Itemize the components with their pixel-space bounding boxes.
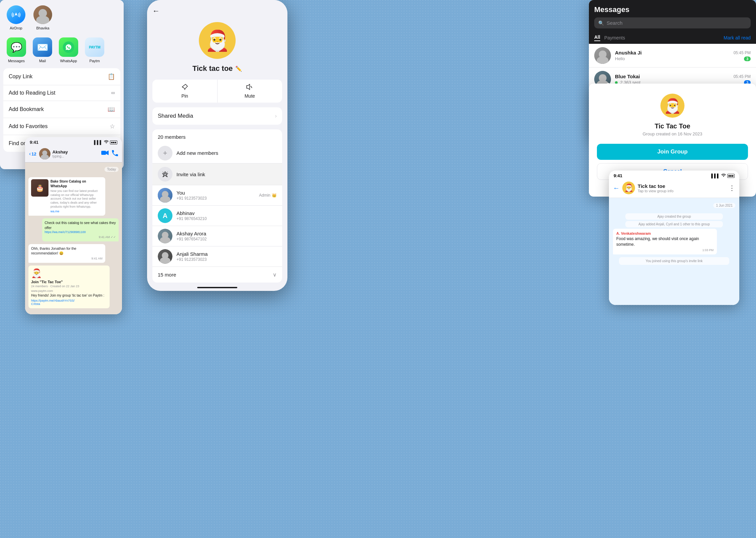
anjali-phone: +91 9123573023 (176, 257, 277, 262)
you-name: You (176, 190, 185, 196)
shared-media-row[interactable]: Shared Media › (152, 107, 282, 125)
anjali-avatar (158, 249, 172, 264)
conversation-anushka[interactable]: Anushka Ji 05:45 PM Hello 3 (589, 44, 756, 68)
more-chevron-icon: ∨ (273, 272, 277, 278)
home-indicator (197, 287, 237, 288)
add-favorites-icon: ☆ (110, 123, 115, 130)
chat-contact-status: typing... (52, 154, 64, 158)
chat-date-today: Today (104, 167, 119, 172)
chat-contact-avatar (39, 148, 50, 159)
messages-header: Messages 🔍 Search (589, 0, 756, 32)
anushka-time: 05:45 PM (734, 50, 751, 55)
invite-via-link-item[interactable]: Invite via link (152, 164, 282, 185)
video-call-icon[interactable] (101, 150, 109, 158)
svg-line-4 (251, 86, 252, 88)
tab-mark-read[interactable]: Mark all read (724, 35, 751, 40)
tab-all[interactable]: All (594, 34, 600, 41)
search-placeholder: Search (607, 20, 623, 26)
pin-button[interactable]: Pin (152, 80, 218, 103)
share-app-messages[interactable]: 💬 Messages (7, 37, 26, 63)
gc-group-name: Tick tac toe (638, 183, 726, 189)
svg-marker-3 (247, 84, 250, 90)
anushka-preview: Hello (615, 56, 625, 61)
abhinav-phone: +91 9876543210 (176, 216, 277, 221)
chat-bubble-check-catalog: Check out this catalog to see what cakes… (28, 218, 119, 241)
anushka-badge: 3 (744, 57, 751, 61)
group-name: Tick tac toe (193, 64, 233, 73)
back-chevron-icon: ‹ (29, 151, 31, 157)
anushka-content: Anushka Ji 05:45 PM Hello 3 (615, 50, 751, 61)
gc-sender-name: A. Venkateshwaram (616, 231, 714, 235)
gc-system-join: You joined using this group's invite lin… (619, 257, 729, 265)
join-group-button[interactable]: Join Group (597, 144, 748, 160)
group-name-row: Tick tac toe ✏️ (147, 64, 287, 80)
chat-back-button[interactable]: ‹ 12 (29, 151, 36, 157)
chat-bubble-thanks: Ohh, thanks Jonathan for the recommendat… (28, 244, 119, 263)
group-info-header: ← (147, 0, 287, 19)
share-app-whatsapp[interactable]: WhatsApp (59, 37, 78, 63)
copy-link-item[interactable]: Copy Link 📋 (3, 68, 120, 85)
edit-group-icon[interactable]: ✏️ (235, 66, 242, 72)
chat-contact-name: Akshay (52, 149, 68, 154)
add-members-item[interactable]: + Add new members (152, 143, 282, 164)
join-dialog-avatar: 🎅 (660, 94, 684, 118)
anushka-name: Anushka Ji (615, 50, 642, 56)
copy-link-label: Copy Link (9, 74, 32, 80)
add-favorites-item[interactable]: Add to Favorites ☆ (3, 118, 120, 135)
gc-group-info: Tick tac toe Tap to view group info (638, 183, 726, 193)
whatsapp-app-label: WhatsApp (60, 59, 77, 63)
tab-payments[interactable]: Payments (604, 35, 625, 40)
akshay-arora-name: Akshay Arora (176, 231, 206, 236)
gc-back-button[interactable]: ← (613, 184, 620, 192)
chat-bubble-join-card: 🎅 Join "Tic Tac Toe" 24 members · Create… (28, 265, 119, 308)
gc-wifi-icon (721, 173, 726, 178)
gc-group-avatar: 🎅 (622, 182, 635, 194)
member-anjali-sharma[interactable]: Anjali Sharma +91 9123573023 (152, 246, 282, 267)
pin-label: Pin (181, 93, 188, 99)
chat-time: 9:41 (30, 140, 38, 145)
reading-list-icon: ∞ (111, 90, 115, 96)
chat-header: ‹ 12 Akshay typing... (25, 146, 122, 163)
more-members-label: 15 more (158, 272, 176, 278)
messages-search-bar[interactable]: 🔍 Search (594, 17, 751, 28)
gc-signal-icon: ▌▌▌ (711, 174, 720, 178)
share-app-mail[interactable]: ✉️ Mail (33, 37, 52, 63)
chat-panel: 9:41 ▌▌▌ ■■■ ‹ 12 Akshay typing... (25, 137, 122, 314)
back-count: 12 (31, 151, 36, 156)
blue-tokai-content: Blue Tokai 05:45 PM 2,363 sent 3 (615, 74, 751, 85)
akshay-arora-phone: +91 9876547102 (176, 237, 277, 241)
reading-list-item[interactable]: Add to Reading List ∞ (3, 85, 120, 101)
join-dialog-title: Tic Tac Toe (655, 122, 690, 130)
share-contacts-row: AirDrop Bhavika (0, 0, 124, 34)
messages-tabs: All Payments Mark all read (589, 32, 756, 44)
group-info-back-button[interactable]: ← (152, 7, 160, 15)
paytm-app-label: Paytm (89, 59, 100, 63)
member-you[interactable]: You +91 9123573023 Admin 👑 (152, 185, 282, 206)
member-abhinav[interactable]: A Abhinav +91 9876543210 (152, 206, 282, 226)
chat-status-icons: ▌▌▌ ■■■ (94, 140, 117, 145)
share-app-paytm[interactable]: PAYTM Paytm (85, 37, 104, 63)
crown-icon: 👑 (272, 193, 277, 198)
share-contact-bhavika[interactable]: Bhavika (33, 5, 52, 30)
blue-tokai-time: 05:45 PM (734, 74, 751, 79)
catalog-thumbnail: 🎂 (31, 179, 48, 197)
shared-media-arrow-icon: › (275, 113, 277, 119)
member-akshay-arora[interactable]: Akshay Arora +91 9876547102 (152, 226, 282, 246)
gc-more-icon[interactable]: ⋮ (729, 184, 735, 192)
gc-system-created: Ajay created the group (625, 213, 723, 220)
paytm-app-icon: PAYTM (85, 37, 104, 57)
invite-via-link-label: Invite via link (176, 172, 205, 177)
you-avatar (158, 188, 172, 203)
share-contact-airdrop[interactable]: AirDrop (7, 5, 25, 30)
chat-contact-info: Akshay typing... (52, 149, 101, 158)
abhinav-name: Abhinav (176, 210, 195, 216)
add-bookmark-icon: 📖 (108, 106, 115, 113)
more-members-row[interactable]: 15 more ∨ (152, 267, 282, 283)
add-bookmark-item[interactable]: Add Bookmark 📖 (3, 101, 120, 118)
pin-icon (181, 84, 188, 92)
gc-status-icons: ▌▌▌ ■■■ (711, 173, 735, 178)
phone-call-icon[interactable] (112, 150, 118, 158)
mute-button[interactable]: Mute (218, 80, 282, 103)
gc-bubble-venkatesh: A. Venkateshwaram Food was amazing, we s… (613, 229, 717, 254)
group-chat-panel: 9:41 ▌▌▌ ■■■ ← 🎅 Tick tac toe Tap to vie… (609, 171, 739, 305)
